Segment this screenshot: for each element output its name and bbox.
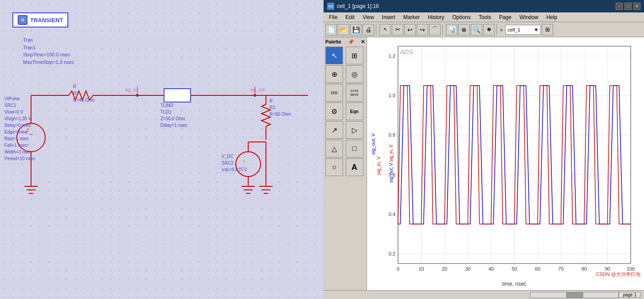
undo-button[interactable]: ↩ [404, 24, 416, 35]
select-button[interactable]: ↖ [379, 24, 391, 35]
menu-edit[interactable]: Edit [342, 13, 358, 21]
transient-label: TRANSIENT [30, 17, 63, 24]
transient-block[interactable]: ⚙ TRANSIENT [12, 12, 68, 28]
minimize-button[interactable]: − [616, 3, 623, 10]
menu-window[interactable]: Window [516, 13, 542, 21]
palette-rotate[interactable]: ◎ [346, 65, 363, 83]
dropdown-arrow: ▼ [534, 27, 539, 32]
marker-button[interactable]: ❷ [483, 24, 495, 35]
palette-title: Palette 📌 ✕ [325, 39, 365, 45]
r1-text: R R1 R=40 Ohm [73, 83, 95, 103]
menu-insert[interactable]: Insert [379, 13, 399, 21]
palette-triangle[interactable]: △ [325, 140, 343, 157]
sig-out-text: sig_out [250, 87, 265, 93]
tran-label: Tran [23, 36, 74, 44]
menu-file[interactable]: File [325, 13, 341, 21]
title-bar-controls[interactable]: − □ ✕ [616, 3, 640, 10]
palette-pin[interactable]: 📌 [348, 39, 354, 45]
palette-numbers[interactable]: 12345678 [346, 84, 363, 102]
separator-3 [496, 24, 498, 35]
print-button[interactable]: 🖨 [363, 24, 374, 35]
toolbar: 📄 📂 💾 🖨 ↖ ✂ ↩ ↪ ⌒ 📊 ⊕ 🔍 ❷ » cell_1 ▼ ⊞ [324, 22, 644, 37]
src2-text: V_DC SRC2 Vdc=0.675 V [222, 153, 247, 173]
main-content: Palette 📌 ✕ ↖ ⊞ ⊕ ◎ ⊟⊟ 12345678 ⚙ Eqn ↗ … [324, 37, 644, 290]
palette-grid: ↖ ⊞ ⊕ ◎ ⊟⊟ 12345678 ⚙ Eqn ↗ ▷ △ □ ○ A [325, 47, 365, 176]
max-time-label: MaxTimeStep=1.0 nsec [23, 59, 74, 66]
save-button[interactable]: 💾 [350, 24, 362, 35]
svg-rect-13 [164, 89, 191, 102]
open-button[interactable]: 📂 [338, 24, 349, 35]
transient-icon: ⚙ [18, 15, 27, 25]
cut-button[interactable]: ✂ [392, 24, 403, 35]
chart-area: ADS CSDN @大功率灯泡 sig_out, V sig_in, V [367, 37, 644, 290]
chart-button[interactable]: 📊 [446, 24, 457, 35]
menu-marker[interactable]: Marker [400, 13, 423, 21]
palette-settings[interactable]: ⚙ [325, 102, 343, 120]
stop-time-label: StopTime=100.0 nsec [23, 51, 74, 59]
r2-text: R R2 R=50 Ohm [269, 98, 291, 118]
chart-canvas [367, 37, 644, 290]
palette-equation[interactable]: Eqn [346, 102, 363, 120]
right-panel: AD cell_1 [page 1]:16 − □ ✕ File Edit Vi… [324, 0, 644, 299]
menu-history[interactable]: History [424, 13, 448, 21]
palette-ellipse[interactable]: ○ [325, 158, 343, 176]
app-icon: AD [327, 3, 334, 10]
y-axis-label: sig_out, V sig_in, V [389, 145, 394, 183]
palette-text[interactable]: A [346, 158, 363, 176]
menu-bar: File Edit View Insert Marker History Opt… [324, 12, 644, 22]
svg-point-15 [254, 94, 256, 97]
scrollbar-thumb[interactable] [566, 292, 584, 298]
tran-text: Tran Tran1 StopTime=100.0 nsec MaxTimeSt… [23, 36, 74, 66]
page-dropdown[interactable]: cell_1 ▼ [505, 25, 541, 35]
zoom-button[interactable]: 🔍 [471, 24, 482, 35]
page-dropdown-value: cell_1 [507, 27, 520, 32]
separator-2 [442, 24, 444, 35]
menu-tools[interactable]: Tools [475, 13, 495, 21]
tran1-label: Tran1 [23, 44, 74, 51]
palette-panel: Palette 📌 ✕ ↖ ⊞ ⊕ ◎ ⊟⊟ 12345678 ⚙ Eqn ↗ … [324, 37, 367, 290]
schematic-area: ⚙ TRANSIENT Tran Tran1 StopTime=100.0 ns… [0, 0, 324, 299]
curve-button[interactable]: ⌒ [429, 24, 441, 35]
menu-help[interactable]: Help [543, 13, 561, 21]
tlind-text: TLIND TLD1 Z=50.0 Ohm Delay=1 nsec [160, 102, 187, 129]
palette-line[interactable]: ↗ [325, 121, 343, 139]
dropdown-prefix: » [500, 27, 503, 32]
status-bar: page 1 [324, 290, 644, 299]
menu-view[interactable]: View [359, 13, 378, 21]
csdn-watermark: CSDN @大功率灯泡 [596, 271, 640, 278]
palette-rectangle[interactable]: □ [346, 140, 363, 157]
menu-options[interactable]: Options [449, 13, 474, 21]
title-bar-left: AD cell_1 [page 1]:16 [327, 3, 379, 10]
palette-select[interactable]: ↖ [325, 47, 343, 64]
palette-close[interactable]: ✕ [361, 39, 365, 45]
title-bar: AD cell_1 [page 1]:16 − □ ✕ [324, 0, 644, 12]
separator-1 [376, 24, 378, 35]
grid-view-button[interactable]: ⊞ [542, 24, 553, 35]
horizontal-scrollbar[interactable] [530, 292, 619, 298]
palette-arrow[interactable]: ▷ [346, 121, 363, 139]
palette-crosshair[interactable]: ⊕ [325, 65, 343, 83]
menu-page[interactable]: Page [496, 13, 515, 21]
maximize-button[interactable]: □ [624, 3, 632, 10]
scrollbar-area [530, 292, 619, 298]
page-tab-1[interactable]: page 1 [619, 292, 640, 298]
svg-point-11 [136, 94, 139, 97]
page-tabs: page 1 [619, 292, 640, 298]
src1-text: VtPulse SRC1 Vlow=0 V Vhigh=1.35 V Delay… [4, 95, 35, 162]
new-button[interactable]: 📄 [325, 24, 337, 35]
palette-grid-btn[interactable]: ⊞ [346, 47, 363, 64]
palette-component[interactable]: ⊟⊟ [325, 84, 343, 102]
close-button[interactable]: ✕ [633, 3, 640, 10]
redo-button[interactable]: ↪ [417, 24, 428, 35]
window-title: cell_1 [page 1]:16 [337, 3, 379, 9]
crosshair-button[interactable]: ⊕ [458, 24, 470, 35]
sig-in-text: sig_in [125, 87, 137, 93]
